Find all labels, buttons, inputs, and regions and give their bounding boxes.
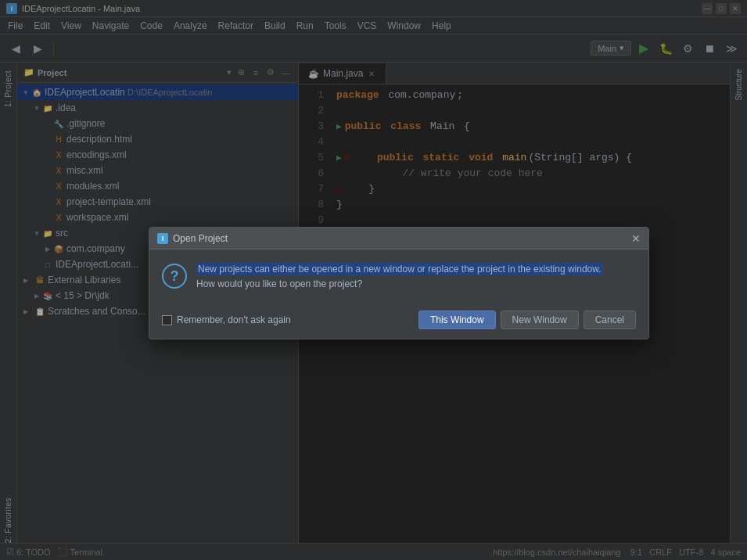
dialog-title-left: I Open Project: [157, 233, 228, 244]
remember-checkbox[interactable]: [162, 315, 172, 325]
open-project-dialog: I Open Project ✕ ? New projects can eith…: [149, 227, 649, 339]
dialog-title-label: Open Project: [173, 233, 228, 244]
remember-label-text: Remember, don't ask again: [177, 314, 291, 325]
dialog-message: New projects can either be opened in a n…: [196, 262, 636, 292]
dialog-buttons: This Window New Window Cancel: [418, 311, 636, 329]
dialog-overlay: I Open Project ✕ ? New projects can eith…: [0, 0, 747, 560]
this-window-button[interactable]: This Window: [418, 311, 496, 329]
dialog-body: ? New projects can either be opened in a…: [149, 249, 648, 304]
dialog-title-icon: I: [157, 233, 168, 244]
dialog-close-button[interactable]: ✕: [631, 233, 641, 244]
dialog-titlebar: I Open Project ✕: [149, 228, 648, 249]
dialog-footer: Remember, don't ask again This Window Ne…: [149, 304, 648, 339]
new-window-button[interactable]: New Window: [501, 311, 579, 329]
cancel-button[interactable]: Cancel: [584, 311, 636, 329]
question-icon: ?: [162, 264, 187, 289]
dialog-message-question: How would you like to open the project?: [196, 278, 362, 289]
remember-checkbox-label[interactable]: Remember, don't ask again: [162, 314, 291, 325]
dialog-message-highlighted: New projects can either be opened in a n…: [196, 263, 603, 275]
